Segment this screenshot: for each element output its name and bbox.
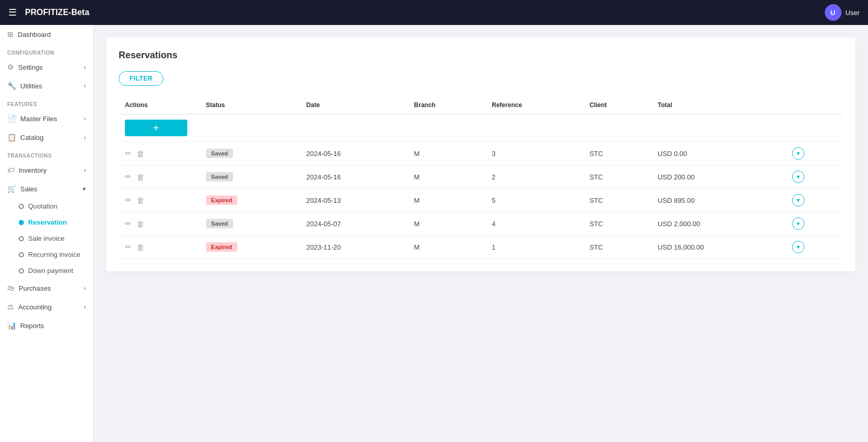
row-dropdown-arrow[interactable]: ▾ [792,217,805,230]
filter-button[interactable]: FILTER [119,71,163,86]
sidebar: ⊞ Dashboard CONFIGURATION ⚙ Settings ‹ 🔧… [0,25,94,442]
row-date: 2024-05-16 [300,142,408,165]
sidebar-catalog-label: Catalog [20,134,44,141]
status-badge: Saved [206,219,233,228]
row-client: STC [583,165,652,189]
sales-icon: 🛒 [7,185,16,193]
status-badge: Expired [206,196,237,205]
sidebar-item-sales[interactable]: 🛒 Sales ▾ [0,179,93,198]
page-title: Reservations [119,50,843,61]
table-body: + ✏ 🗑 Saved2024-05-16M3STCUSD 0.00▾ ✏ 🗑 … [119,114,843,259]
row-client: STC [583,142,652,165]
sidebar-item-quotation[interactable]: Quotation [0,198,93,214]
status-badge: Saved [206,149,233,158]
sidebar-inventory-label: Inventory [19,166,46,174]
delete-icon[interactable]: 🗑 [137,243,145,252]
row-total: USD 0.00 [652,142,786,165]
edit-icon[interactable]: ✏ [125,219,132,228]
down-payment-dot-icon [19,268,24,274]
row-client: STC [583,189,652,212]
menu-icon[interactable]: ☰ [8,7,17,18]
row-dropdown-arrow[interactable]: ▾ [792,171,805,183]
edit-icon[interactable]: ✏ [125,242,132,252]
inventory-icon: 🏷 [7,166,15,174]
table-row: ✏ 🗑 Saved2024-05-16M2STCUSD 200.00▾ [119,165,843,189]
sidebar-item-recurring-invoice[interactable]: Recurring invoice [0,246,93,263]
sidebar-item-down-payment[interactable]: Down payment [0,263,93,279]
page-card: Reservations FILTER Actions Status Date … [106,37,856,271]
edit-icon[interactable]: ✏ [125,149,132,158]
settings-chevron-icon: ‹ [84,64,86,70]
delete-icon[interactable]: 🗑 [137,149,145,158]
col-actions-extra [786,96,843,114]
sidebar-item-dashboard[interactable]: ⊞ Dashboard [0,25,93,44]
master-files-icon: 📄 [7,114,16,123]
sidebar-quotation-label: Quotation [28,202,57,210]
sale-invoice-dot-icon [19,236,24,241]
purchases-chevron-icon: ‹ [84,285,86,291]
sidebar-item-utilities[interactable]: 🔧 Utilities ‹ [0,76,93,95]
action-icons: ✏ 🗑 [125,242,194,252]
row-dropdown-arrow[interactable]: ▾ [792,241,805,253]
row-branch: M [408,142,486,165]
status-badge: Expired [206,242,237,252]
layout: ⊞ Dashboard CONFIGURATION ⚙ Settings ‹ 🔧… [0,25,868,442]
row-reference: 3 [486,142,583,165]
row-date: 2024-05-13 [300,189,408,212]
sidebar-reports-label: Reports [20,322,44,330]
table-header: Actions Status Date Branch Reference Cli… [119,96,843,114]
sidebar-sale-invoice-label: Sale invoice [28,235,65,242]
col-date: Date [300,96,408,114]
catalog-icon: 📋 [7,133,16,141]
delete-icon[interactable]: 🗑 [137,173,145,181]
row-total: USD 16,000.00 [652,236,786,259]
sidebar-utilities-label: Utilities [20,82,42,90]
add-row: + [119,114,843,142]
row-dropdown-arrow[interactable]: ▾ [792,194,805,206]
sidebar-settings-label: Settings [18,63,43,71]
col-reference: Reference [486,96,583,114]
section-features: FEATURES [0,95,93,109]
sidebar-item-reservation[interactable]: Reservation [0,214,93,230]
row-total: USD 200.00 [652,165,786,189]
row-dropdown-arrow[interactable]: ▾ [792,147,805,160]
col-branch: Branch [408,96,486,114]
reservation-dot-icon [19,220,24,225]
quotation-dot-icon [19,204,24,209]
delete-icon[interactable]: 🗑 [137,196,145,205]
sidebar-recurring-invoice-label: Recurring invoice [28,251,80,258]
edit-icon[interactable]: ✏ [125,196,132,205]
sidebar-item-settings[interactable]: ⚙ Settings ‹ [0,58,93,76]
settings-icon: ⚙ [7,63,14,71]
app-title: PROFITIZE-Beta [25,8,825,17]
row-total: USD 895.00 [652,189,786,212]
sidebar-item-accounting[interactable]: ⚖ Accounting ‹ [0,297,93,316]
add-button[interactable]: + [125,120,187,136]
sidebar-item-purchases[interactable]: 🛍 Purchases ‹ [0,279,93,297]
topbar: ☰ PROFITIZE-Beta U User [0,0,868,25]
row-reference: 1 [486,236,583,259]
table-row: ✏ 🗑 Expired2024-05-13M5STCUSD 895.00▾ [119,189,843,212]
row-date: 2024-05-16 [300,165,408,189]
catalog-chevron-icon: ‹ [84,134,86,140]
sidebar-item-inventory[interactable]: 🏷 Inventory ‹ [0,161,93,179]
edit-icon[interactable]: ✏ [125,172,132,181]
delete-icon[interactable]: 🗑 [137,219,145,228]
sidebar-reservation-label: Reservation [28,218,67,226]
master-files-chevron-icon: ‹ [84,115,86,122]
col-status: Status [200,96,300,114]
sales-chevron-icon: ▾ [83,186,86,192]
sidebar-item-catalog[interactable]: 📋 Catalog ‹ [0,128,93,147]
row-total: USD 2,000.00 [652,212,786,236]
main-content: Reservations FILTER Actions Status Date … [94,25,868,442]
user-area: U User [825,4,860,21]
sidebar-item-sale-invoice[interactable]: Sale invoice [0,230,93,246]
table-row: ✏ 🗑 Saved2024-05-16M3STCUSD 0.00▾ [119,142,843,165]
reports-icon: 📊 [7,321,16,330]
sidebar-dashboard-label: Dashboard [18,31,51,38]
sidebar-accounting-label: Accounting [18,303,52,311]
sidebar-item-master-files[interactable]: 📄 Master Files ‹ [0,109,93,128]
row-branch: M [408,236,486,259]
sidebar-down-payment-label: Down payment [28,267,73,275]
sidebar-item-reports[interactable]: 📊 Reports [0,316,93,335]
